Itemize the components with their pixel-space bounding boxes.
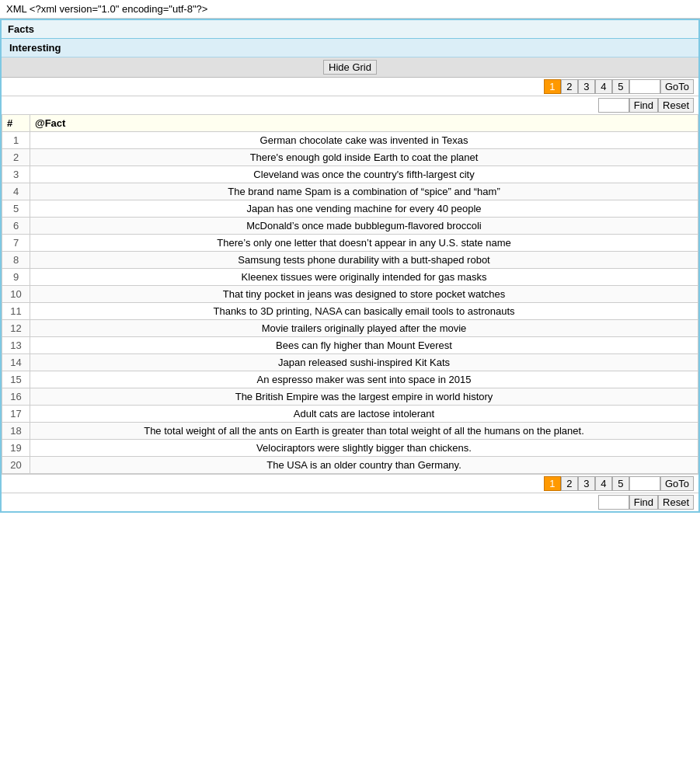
table-row: 13Bees can fly higher than Mount Everest <box>2 337 698 354</box>
row-fact: The British Empire was the largest empir… <box>30 388 698 406</box>
row-number: 20 <box>2 457 30 474</box>
find-input-top[interactable] <box>598 98 629 113</box>
page-btn-2[interactable]: 2 <box>561 476 578 491</box>
col-header-num: # <box>2 115 30 132</box>
table-row: 7There’s only one letter that doesn’t ap… <box>2 235 698 252</box>
row-fact: The brand name Spam is a combination of … <box>30 183 698 200</box>
goto-button-bottom[interactable]: GoTo <box>660 476 694 491</box>
row-number: 2 <box>2 149 30 166</box>
table-row: 9Kleenex tissues were originally intende… <box>2 269 698 286</box>
table-row: 18The total weight of all the ants on Ea… <box>2 423 698 440</box>
row-number: 1 <box>2 132 30 149</box>
row-number: 17 <box>2 406 30 423</box>
page-btn-4[interactable]: 4 <box>595 79 612 94</box>
row-fact: Samsung tests phone durability with a bu… <box>30 252 698 269</box>
grid-controls-row: Hide Grid <box>2 57 698 78</box>
row-number: 19 <box>2 440 30 457</box>
table-row: 3Cleveland was once the country's fifth-… <box>2 166 698 183</box>
row-number: 9 <box>2 269 30 286</box>
row-number: 15 <box>2 371 30 388</box>
table-row: 16The British Empire was the largest emp… <box>2 388 698 406</box>
row-number: 11 <box>2 303 30 320</box>
xml-header: XML <?xml version="1.0" encoding="utf-8"… <box>0 0 700 19</box>
interesting-section: Interesting Hide Grid 12345 GoTo Find Re… <box>2 39 698 511</box>
row-fact: An espresso maker was sent into space in… <box>30 371 698 388</box>
page-buttons-group: 12345 <box>544 79 629 94</box>
facts-title: Facts <box>2 20 698 39</box>
row-fact: German chocolate cake was invented in Te… <box>30 132 698 149</box>
row-fact: Adult cats are lactose intolerant <box>30 406 698 423</box>
hide-grid-button[interactable]: Hide Grid <box>323 60 377 75</box>
row-fact: Movie trailers originally played after t… <box>30 320 698 337</box>
row-fact: There's enough gold inside Earth to coat… <box>30 149 698 166</box>
row-fact: Velociraptors were slightly bigger than … <box>30 440 698 457</box>
row-fact: There’s only one letter that doesn’t app… <box>30 235 698 252</box>
row-fact: Japan has one vending machine for every … <box>30 200 698 218</box>
bottom-pagination-row1: 12345 GoTo <box>2 474 698 493</box>
table-row: 10That tiny pocket in jeans was designed… <box>2 286 698 303</box>
row-fact: McDonald’s once made bubblegum-flavored … <box>30 218 698 235</box>
table-row: 4The brand name Spam is a combination of… <box>2 183 698 200</box>
interesting-title: Interesting <box>2 39 698 57</box>
row-fact: Kleenex tissues were originally intended… <box>30 269 698 286</box>
table-row: 15An espresso maker was sent into space … <box>2 371 698 388</box>
table-row: 19Velociraptors were slightly bigger tha… <box>2 440 698 457</box>
table-row: 5Japan has one vending machine for every… <box>2 200 698 218</box>
table-row: 20The USA is an older country than Germa… <box>2 457 698 474</box>
table-row: 2There's enough gold inside Earth to coa… <box>2 149 698 166</box>
row-number: 12 <box>2 320 30 337</box>
bottom-pagination-row2: Find Reset <box>2 493 698 511</box>
row-number: 8 <box>2 252 30 269</box>
row-fact: Japan released sushi-inspired Kit Kats <box>30 354 698 371</box>
table-row: 17Adult cats are lactose intolerant <box>2 406 698 423</box>
row-fact: Bees can fly higher than Mount Everest <box>30 337 698 354</box>
table-row: 14Japan released sushi-inspired Kit Kats <box>2 354 698 371</box>
row-fact: That tiny pocket in jeans was designed t… <box>30 286 698 303</box>
find-input-bottom[interactable] <box>598 495 629 510</box>
goto-button-top[interactable]: GoTo <box>660 79 694 94</box>
row-fact: Thanks to 3D printing, NASA can basicall… <box>30 303 698 320</box>
data-table: # @Fact 1German chocolate cake was inven… <box>2 114 698 474</box>
find-button-bottom[interactable]: Find <box>629 495 658 510</box>
row-number: 14 <box>2 354 30 371</box>
top-pagination-row1: 12345 GoTo <box>2 78 698 96</box>
row-fact: Cleveland was once the country's fifth-l… <box>30 166 698 183</box>
page-btn-3[interactable]: 3 <box>578 476 595 491</box>
bottom-page-buttons-group: 12345 <box>544 476 629 491</box>
row-number: 5 <box>2 200 30 218</box>
row-number: 6 <box>2 218 30 235</box>
table-row: 11Thanks to 3D printing, NASA can basica… <box>2 303 698 320</box>
page-btn-4[interactable]: 4 <box>595 476 612 491</box>
row-number: 16 <box>2 388 30 406</box>
page-btn-2[interactable]: 2 <box>561 79 578 94</box>
reset-button-bottom[interactable]: Reset <box>658 495 694 510</box>
goto-input-bottom[interactable] <box>629 476 660 491</box>
table-row: 6McDonald’s once made bubblegum-flavored… <box>2 218 698 235</box>
col-header-fact: @Fact <box>30 115 698 132</box>
row-number: 13 <box>2 337 30 354</box>
row-number: 3 <box>2 166 30 183</box>
page-btn-5[interactable]: 5 <box>612 79 629 94</box>
row-fact: The USA is an older country than Germany… <box>30 457 698 474</box>
table-row: 12Movie trailers originally played after… <box>2 320 698 337</box>
page-btn-5[interactable]: 5 <box>612 476 629 491</box>
page-btn-1[interactable]: 1 <box>544 79 561 94</box>
row-fact: The total weight of all the ants on Eart… <box>30 423 698 440</box>
find-button-top[interactable]: Find <box>629 98 658 113</box>
top-pagination-row2: Find Reset <box>2 96 698 114</box>
page-btn-1[interactable]: 1 <box>544 476 561 491</box>
row-number: 7 <box>2 235 30 252</box>
row-number: 4 <box>2 183 30 200</box>
table-row: 1German chocolate cake was invented in T… <box>2 132 698 149</box>
facts-section: Facts Interesting Hide Grid 12345 GoTo F… <box>0 19 700 513</box>
page-btn-3[interactable]: 3 <box>578 79 595 94</box>
row-number: 10 <box>2 286 30 303</box>
table-row: 8Samsung tests phone durability with a b… <box>2 252 698 269</box>
reset-button-top[interactable]: Reset <box>658 98 694 113</box>
goto-input-top[interactable] <box>629 79 660 94</box>
row-number: 18 <box>2 423 30 440</box>
